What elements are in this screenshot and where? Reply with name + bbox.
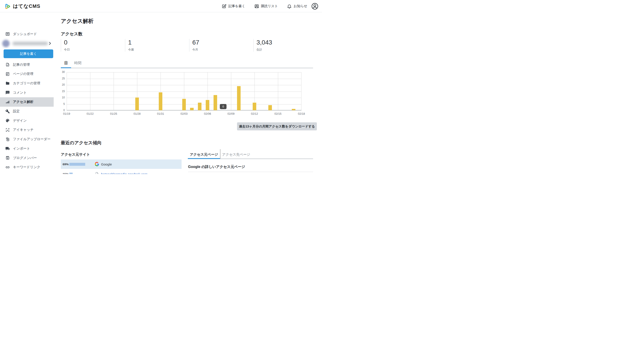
sidebar-item-label: コメント (13, 90, 26, 95)
source-percent: 15% (62, 172, 69, 174)
chart-bar[interactable] (206, 100, 209, 110)
chart-bar[interactable] (292, 109, 296, 110)
header-action-label: お知らせ (294, 4, 307, 8)
chart-bar[interactable] (159, 92, 162, 110)
source-site-link[interactable]: hatenablogmedia.zendesk.com (101, 172, 148, 174)
x-axis-tick-label: 02/15 (271, 112, 285, 116)
sidebar-item-articles[interactable]: 記事の管理 (0, 60, 54, 69)
x-axis-tick-label: 02/18 (295, 112, 308, 116)
gridline (67, 72, 302, 72)
stats-row: 0今日1今週67今月3,043合計 (61, 39, 318, 52)
y-axis-tick-label: 30 (57, 70, 65, 74)
sidebar-item-label: 記事の管理 (13, 62, 30, 67)
source-site-row[interactable]: 15%hatenablogmedia.zendesk.com (61, 169, 182, 174)
sidebar-item-label: ダッシュボード (13, 32, 37, 36)
stat-cell: 0今日 (61, 39, 125, 52)
header-actions: 記事を書く購読リストお知らせ (222, 0, 307, 12)
sidebar-item-label: アクセス解析 (13, 100, 33, 104)
stat-label: 今週 (128, 48, 189, 52)
sidebar-item-eyecatch[interactable]: アイキャッチ (0, 125, 54, 135)
gridline (67, 98, 302, 98)
article-icon (5, 62, 10, 67)
gridline (67, 85, 302, 85)
source-percent-bar (69, 173, 73, 174)
sidebar-item-label: ページの管理 (13, 72, 33, 76)
header-action-write-article[interactable]: 記事を書く (222, 4, 245, 9)
sidebar-item-label: アイキャッチ (13, 128, 34, 132)
source-site-row[interactable]: 69%Google (61, 160, 182, 169)
chart-bar[interactable] (135, 98, 139, 110)
x-axis-tick-label: 02/12 (248, 112, 261, 116)
chart-bar[interactable] (214, 95, 217, 110)
access-count-heading: アクセス数 (61, 31, 82, 37)
stat-cell: 67今月 (189, 39, 253, 52)
sidebar-item-breadcrumb-customize[interactable]: パンくずカスタマイズ (0, 172, 54, 174)
x-axis-tick-label: 02/03 (177, 112, 191, 116)
page-title: アクセス解析 (61, 18, 94, 24)
sidebar-item-dashboard[interactable]: ダッシュボード (0, 29, 54, 39)
chart-tooltip: 0 (220, 104, 226, 109)
bell-icon (287, 4, 292, 9)
source-percent-bar (69, 163, 85, 166)
sidebar-item-settings[interactable]: 設定 (0, 107, 54, 116)
palette-icon (5, 118, 10, 123)
stat-value: 1 (128, 39, 189, 46)
mail-list-icon (254, 4, 259, 9)
pages-tab-destination[interactable]: アクセス先ページ (220, 152, 252, 157)
pages-active-tab-underline (188, 158, 220, 159)
chart-tab-daily[interactable]: 日 (61, 60, 71, 66)
sidebar: ダッシュボード 記事を書く 記事の管理ページの管理カテゴリーの管理コメントアクセ… (0, 12, 54, 174)
chevron-right-icon (48, 42, 52, 46)
chart-bar[interactable] (253, 103, 256, 110)
logo[interactable]: はてなCMS (4, 0, 40, 12)
sidebar-item-keyword-links[interactable]: キーワードリンク (0, 162, 54, 172)
chart-tab-hourly[interactable]: 時間 (73, 60, 83, 66)
sidebar-item-comments[interactable]: コメント (0, 88, 54, 97)
stat-label: 合計 (256, 48, 318, 52)
sidebar-item-label: 設定 (13, 109, 20, 114)
sidebar-item-pages[interactable]: ページの管理 (0, 69, 54, 79)
sidebar-item-design[interactable]: デザイン (0, 116, 54, 125)
stat-cell: 1今週 (125, 39, 189, 52)
x-axis-tick-label: 02/06 (201, 112, 214, 116)
header-action-notifications[interactable]: お知らせ (287, 4, 307, 9)
chart-bar[interactable] (182, 99, 186, 110)
chart-bar[interactable] (237, 86, 240, 110)
blog-avatar (2, 40, 10, 47)
chart-bar[interactable] (268, 105, 272, 110)
header-action-subscription-list[interactable]: 購読リスト (254, 4, 278, 9)
stat-value: 0 (64, 39, 125, 46)
source-site-name[interactable]: Google (101, 162, 112, 166)
sidebar-item-file-uploader[interactable]: ファイルアップローダー (0, 135, 54, 144)
gridline (67, 79, 302, 79)
truck-icon (5, 146, 10, 151)
sidebar-item-blog-members[interactable]: ブログメンバー (0, 153, 54, 162)
dashboard-icon (5, 32, 10, 36)
stat-cell: 3,043合計 (253, 39, 318, 52)
y-axis-tick-label: 20 (57, 83, 65, 86)
sidebar-item-import[interactable]: インポート (0, 144, 54, 153)
google-favicon (95, 162, 99, 166)
x-axis-tick-label: 01/31 (154, 112, 167, 116)
y-axis-tick-label: 25 (57, 77, 65, 80)
active-tab-underline (61, 67, 71, 68)
sidebar-item-categories[interactable]: カテゴリーの管理 (0, 78, 54, 88)
app-root: はてなCMS 記事を書く購読リストお知らせ ダッシュボード 記事を書く 記事の管… (0, 0, 322, 174)
hatena-cms-logo-icon (4, 2, 11, 10)
chart-bar[interactable] (198, 103, 202, 110)
chart-bar[interactable] (190, 108, 194, 110)
analytics-icon (5, 100, 10, 104)
sidebar-item-analytics[interactable]: アクセス解析 (0, 97, 54, 107)
account-avatar-icon[interactable] (311, 2, 319, 10)
sidebar-item-label: キーワードリンク (13, 165, 40, 169)
stat-value: 3,043 (256, 39, 318, 46)
eyecatch-icon (5, 128, 10, 132)
write-article-button[interactable]: 記事を書く (4, 50, 53, 58)
pages-tab-referrer[interactable]: アクセス元ページ (188, 152, 220, 157)
blog-name-redacted (12, 42, 48, 45)
header-action-label: 記事を書く (228, 4, 245, 8)
download-monthly-button[interactable]: 過去13ヶ月分の月間アクセス数をダウンロードする (237, 122, 317, 130)
wrench-icon (5, 109, 10, 114)
x-axis-tick-label: 02/09 (224, 112, 238, 116)
blog-selector[interactable] (0, 39, 54, 48)
